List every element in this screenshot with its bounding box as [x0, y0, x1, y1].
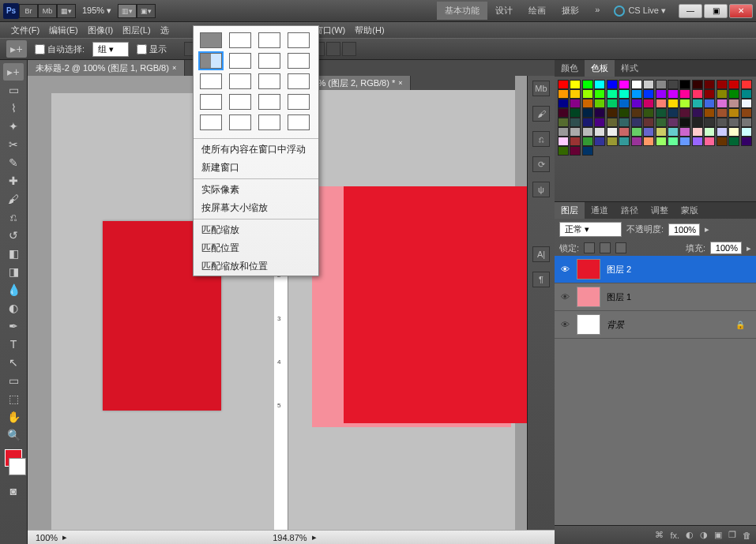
swatch[interactable] [558, 146, 569, 156]
marquee-tool[interactable]: ▭ [3, 81, 24, 99]
match-all-item[interactable]: 匹配缩放和位置 [194, 257, 318, 276]
lasso-tool[interactable]: ⌇ [3, 99, 24, 117]
swatch[interactable] [728, 99, 739, 108]
arrange-button[interactable]: ▥▾ [118, 4, 137, 18]
swatch[interactable] [741, 99, 752, 108]
stamp-tool[interactable]: ⎌ [3, 208, 24, 226]
arrange-opt-6[interactable] [229, 53, 251, 69]
swatch[interactable] [728, 89, 739, 99]
swatch[interactable] [717, 108, 728, 118]
arrange-opt-12[interactable] [288, 73, 310, 89]
swatch[interactable] [582, 118, 593, 127]
layer-thumb[interactable] [577, 314, 600, 335]
hand-tool[interactable]: ✋ [3, 408, 24, 426]
swatch[interactable] [619, 99, 630, 108]
swatch[interactable] [558, 80, 569, 89]
path-tool[interactable]: ↖ [3, 354, 24, 371]
swatch[interactable] [631, 80, 642, 89]
lock-position-icon[interactable] [600, 242, 611, 253]
zoom-tool[interactable]: 🔍 [3, 426, 24, 444]
swatch[interactable] [668, 89, 679, 99]
swatch[interactable] [619, 89, 630, 99]
swatch[interactable] [582, 108, 593, 118]
new-window-item[interactable]: 新建窗口 [194, 159, 318, 177]
swatch[interactable] [607, 127, 618, 137]
swatch[interactable] [692, 99, 703, 108]
swatch[interactable] [704, 89, 715, 99]
workspace-essentials[interactable]: 基本功能 [437, 2, 487, 20]
arrange-opt-17[interactable] [200, 114, 222, 130]
swatch[interactable] [728, 137, 739, 146]
layer-row[interactable]: 👁背景🔒 [555, 311, 756, 339]
dist-3[interactable] [342, 42, 356, 56]
arrange-opt-20[interactable] [288, 114, 310, 130]
swatch[interactable] [582, 99, 593, 108]
swatch[interactable] [668, 80, 679, 89]
quickmask-button[interactable]: ◙ [3, 482, 24, 500]
gradient-tool[interactable]: ◨ [3, 263, 24, 280]
visibility-icon[interactable]: 👁 [559, 264, 570, 274]
swatch[interactable] [679, 118, 690, 127]
swatch[interactable] [570, 127, 581, 137]
swatch[interactable] [656, 89, 667, 99]
swatch[interactable] [679, 99, 690, 108]
swatch[interactable] [631, 89, 642, 99]
swatch[interactable] [692, 89, 703, 99]
arrange-opt-10[interactable] [229, 73, 251, 89]
swatch[interactable] [741, 137, 752, 146]
workspace-more[interactable]: » [587, 2, 607, 20]
auto-select-checkbox[interactable]: 自动选择: [35, 43, 85, 55]
swatch[interactable] [656, 137, 667, 146]
swatch[interactable] [607, 89, 618, 99]
link-layers-icon[interactable]: ⌘ [655, 530, 664, 540]
para-panel-icon[interactable]: ¶ [532, 272, 550, 287]
swatch[interactable] [619, 137, 630, 146]
mask-icon[interactable]: ◐ [686, 530, 694, 540]
swatch[interactable] [607, 80, 618, 89]
swatch[interactable] [570, 80, 581, 89]
arrange-opt-14[interactable] [229, 94, 251, 110]
char-panel-icon[interactable]: A| [532, 246, 550, 262]
swatch[interactable] [668, 127, 679, 137]
info-panel-icon[interactable]: ψ [532, 182, 550, 197]
swatch[interactable] [643, 108, 654, 118]
swatch[interactable] [619, 118, 630, 127]
swatch[interactable] [570, 99, 581, 108]
layer-thumb[interactable] [577, 259, 600, 280]
swatch[interactable] [582, 80, 593, 89]
swatch[interactable] [741, 89, 752, 99]
swatch[interactable] [558, 108, 569, 118]
eyedropper-tool[interactable]: ✎ [3, 154, 24, 171]
menu-file[interactable]: 文件(F) [6, 24, 44, 36]
swatch[interactable] [717, 118, 728, 127]
menu-edit[interactable]: 编辑(E) [44, 24, 83, 36]
swatch[interactable] [570, 108, 581, 118]
shape-tool[interactable]: ▭ [3, 372, 24, 389]
arrange-opt-19[interactable] [258, 114, 280, 130]
swatch[interactable] [558, 99, 569, 108]
swatch[interactable] [692, 108, 703, 118]
swatch[interactable] [594, 99, 605, 108]
arrange-opt-11[interactable] [258, 73, 280, 89]
swatch[interactable] [679, 80, 690, 89]
swatch[interactable] [570, 137, 581, 146]
swatch[interactable] [619, 127, 630, 137]
swatch[interactable] [741, 127, 752, 137]
swatch[interactable] [741, 80, 752, 89]
swatch[interactable] [728, 80, 739, 89]
swatch[interactable] [679, 108, 690, 118]
menu-help[interactable]: 帮助(H) [350, 24, 389, 36]
swatch[interactable] [668, 108, 679, 118]
swatch[interactable] [594, 137, 605, 146]
opacity-input[interactable]: 100% [668, 223, 700, 236]
swatch[interactable] [582, 89, 593, 99]
history-brush-tool[interactable]: ↺ [3, 227, 24, 244]
swatch[interactable] [570, 89, 581, 99]
swatch[interactable] [728, 108, 739, 118]
brush-tool[interactable]: 🖌 [3, 190, 24, 208]
swatch[interactable] [631, 99, 642, 108]
minimize-button[interactable]: — [679, 4, 702, 18]
swatch[interactable] [704, 99, 715, 108]
layout-button[interactable]: ▦▾ [57, 4, 76, 18]
swatch[interactable] [558, 89, 569, 99]
